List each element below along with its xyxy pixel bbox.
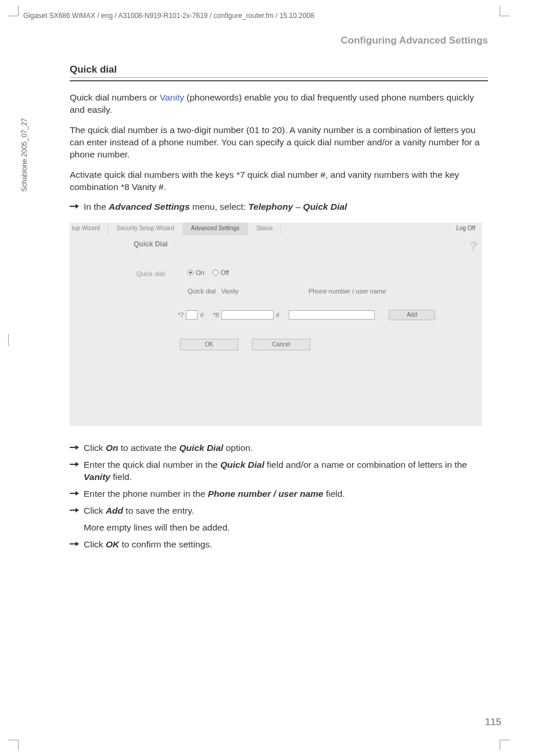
instruction-row: In the Advanced Settings menu, select: T… (70, 201, 488, 213)
arrow-icon (70, 444, 80, 451)
arrow-icon (70, 461, 80, 468)
arrow-icon (70, 490, 80, 497)
followup-text: More empty lines will then be added. (84, 522, 488, 534)
subsection-title: Quick dial (70, 64, 488, 81)
quick-dial-input[interactable] (186, 310, 198, 320)
col-quick-dial: Quick dial (188, 288, 221, 295)
instruction-row: Enter the phone number in the Phone numb… (70, 488, 488, 500)
panel-heading: Quick Dial (134, 240, 168, 248)
col-phone: Phone number / user name (308, 288, 401, 295)
doc-header-path: Gigaset SX686 WiMAX / eng / A31008-N919-… (23, 12, 314, 20)
logoff-link[interactable]: Log Off (449, 223, 482, 235)
instruction-row: Enter the quick dial number in the Quick… (70, 459, 488, 483)
radio-on[interactable]: On (188, 269, 204, 276)
router-ui-screenshot: tup Wizard Security Setup Wizard Advance… (70, 223, 482, 426)
paragraph: The quick dial number is a two-digit num… (70, 124, 488, 161)
arrow-icon (70, 540, 80, 547)
instruction-row: Click Add to save the entry. (70, 505, 488, 517)
template-id: Schablone 2005_07_27 (20, 118, 28, 192)
ok-button[interactable]: OK (180, 339, 238, 350)
help-icon[interactable]: ? (470, 239, 478, 254)
page-number: 115 (485, 716, 501, 728)
tab-security-wizard[interactable]: Security Setup Wizard (109, 223, 183, 235)
cancel-button[interactable]: Cancel (252, 339, 310, 350)
paragraph: Quick dial numbers or Vanity (phonewords… (70, 92, 488, 116)
prefix-star8: *8 (213, 311, 219, 318)
paragraph: Activate quick dial numbers with the key… (70, 169, 488, 194)
crop-mark (500, 6, 510, 16)
crop-mark (8, 334, 9, 346)
crop-mark (500, 740, 510, 750)
col-vanity: Vanity (221, 288, 308, 295)
prefix-star7: *7 (178, 311, 184, 318)
section-title: Configuring Advanced Settings (70, 35, 488, 46)
tab-advanced-settings[interactable]: Advanced Settings (183, 223, 248, 235)
tab-setup-wizard[interactable]: tup Wizard (70, 223, 109, 235)
quick-dial-label: Quick dial: (137, 270, 166, 277)
hash-label: # (200, 311, 203, 318)
radio-off[interactable]: Off (213, 269, 229, 276)
hash-label: # (276, 311, 279, 318)
vanity-link[interactable]: Vanity (160, 92, 184, 102)
crop-mark (8, 6, 19, 16)
instruction-row: Click On to activate the Quick Dial opti… (70, 442, 488, 454)
arrow-icon (70, 203, 80, 210)
crop-mark (8, 740, 19, 750)
phone-input[interactable] (289, 310, 375, 320)
arrow-icon (70, 507, 80, 514)
vanity-input[interactable] (221, 310, 274, 320)
instruction-row: Click OK to confirm the settings. (70, 539, 488, 551)
add-button[interactable]: Add (389, 310, 435, 320)
tab-status[interactable]: Status (248, 223, 281, 235)
